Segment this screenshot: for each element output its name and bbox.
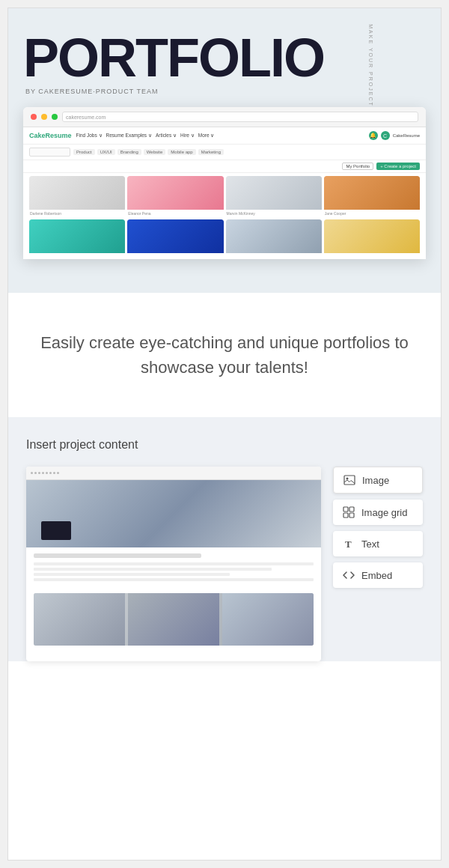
- embed-label: Embed: [361, 570, 392, 581]
- toolbar-dot-3: [38, 472, 40, 474]
- toolbar-dot-4: [42, 472, 44, 474]
- browser-mockup: cakeresume.com CakeResume Find Jobs ∨ Re…: [23, 107, 426, 259]
- editor-image-grid-c: [222, 593, 314, 646]
- toolbar-dot-5: [46, 472, 48, 474]
- card-image-1: [29, 176, 125, 210]
- card-image-8: [324, 219, 420, 253]
- editor-image-grid-b: [128, 593, 219, 646]
- image-grid-label: Image grid: [361, 507, 407, 518]
- editor-title-placeholder: [34, 553, 201, 558]
- insert-section-title: Insert project content: [26, 438, 423, 452]
- filter-product[interactable]: Product: [73, 149, 95, 155]
- editor-main-image: [26, 480, 321, 547]
- portfolio-card-2[interactable]: Eleanor Pena: [127, 176, 223, 217]
- nav-item-resume[interactable]: Resume Examples ∨: [106, 133, 152, 139]
- portfolio-card-4[interactable]: Jane Cooper: [324, 176, 420, 217]
- svg-point-1: [346, 478, 349, 480]
- filter-uxui[interactable]: UX/UI: [97, 149, 115, 155]
- page-wrapper: PORTFOLIO BY CAKERESUME·PRODUCT TEAM MAK…: [7, 7, 442, 861]
- nav-cakeresume-label[interactable]: CakeResume: [393, 133, 420, 138]
- toolbar-dot-1: [31, 472, 33, 474]
- svg-rect-4: [343, 513, 348, 518]
- svg-rect-3: [349, 507, 354, 512]
- card-meta-8: [324, 253, 420, 256]
- editor-text-placeholder: [34, 562, 314, 581]
- editor-line-4: [34, 578, 314, 581]
- filter-mobile[interactable]: Mobile app: [168, 149, 195, 155]
- portfolio-card-5[interactable]: [29, 219, 125, 256]
- portfolio-header: PORTFOLIO BY CAKERESUME·PRODUCT TEAM MAK…: [8, 8, 441, 293]
- nav-logo: CakeResume: [29, 132, 72, 139]
- portfolio-action-bar: My Portfolio + Create a project: [23, 160, 426, 173]
- option-embed[interactable]: Embed: [333, 562, 423, 588]
- nav-notification-icon[interactable]: 🔔: [369, 131, 378, 140]
- filter-website[interactable]: Website: [144, 149, 166, 155]
- tagline-text: Easily create eye-catching and unique po…: [38, 330, 411, 380]
- portfolio-card-1[interactable]: Darlene Robertson: [29, 176, 125, 217]
- svg-text:T: T: [345, 538, 352, 550]
- browser-url: cakeresume.com: [62, 112, 418, 122]
- embed-icon: [342, 568, 355, 582]
- portfolio-subtitle: BY CAKERESUME·PRODUCT TEAM: [25, 88, 426, 95]
- svg-rect-0: [344, 476, 355, 485]
- search-input[interactable]: [29, 148, 70, 157]
- card-meta-6: [127, 253, 223, 256]
- browser-dot-green: [52, 114, 58, 120]
- option-text[interactable]: T Text: [333, 531, 423, 556]
- toolbar-dot-2: [34, 472, 37, 474]
- insert-section: Insert project content: [8, 417, 441, 661]
- nav-item-more[interactable]: More ∨: [198, 133, 215, 139]
- toolbar-dot-6: [49, 472, 52, 474]
- card-image-4: [324, 176, 420, 210]
- portfolio-title: PORTFOLIO: [23, 31, 426, 85]
- my-portfolio-button[interactable]: My Portfolio: [342, 163, 373, 170]
- svg-rect-5: [349, 513, 354, 518]
- text-icon: T: [342, 537, 355, 550]
- text-label: Text: [361, 538, 379, 550]
- editor-line-2: [34, 568, 272, 571]
- insert-layout: Image Image grid: [26, 467, 423, 661]
- portfolio-card-3[interactable]: Marvin McKinney: [226, 176, 322, 217]
- card-image-5: [29, 219, 125, 253]
- card-image-2: [127, 176, 223, 210]
- filter-branding[interactable]: Branding: [117, 149, 141, 155]
- card-meta-1: Darlene Robertson: [29, 210, 125, 217]
- editor-mockup: [26, 467, 321, 661]
- editor-image-grid-a: [34, 593, 125, 646]
- editor-content: [26, 547, 321, 593]
- nav-item-find-jobs[interactable]: Find Jobs ∨: [76, 133, 103, 139]
- image-grid-icon: [342, 506, 355, 519]
- browser-dot-red: [31, 114, 37, 120]
- browser-bar: cakeresume.com: [23, 107, 426, 127]
- svg-rect-2: [343, 507, 348, 512]
- option-image-grid[interactable]: Image grid: [333, 500, 423, 525]
- card-meta-2: Eleanor Pena: [127, 210, 223, 217]
- filter-marketing[interactable]: Marketing: [198, 149, 224, 155]
- portfolio-card-6[interactable]: [127, 219, 223, 256]
- portfolio-grid: Darlene Robertson Eleanor Pena Marvin Mc…: [23, 173, 426, 259]
- portfolio-card-8[interactable]: [324, 219, 420, 256]
- toolbar-dot-8: [57, 472, 59, 474]
- content-options: Image Image grid: [333, 467, 423, 588]
- nav-item-articles[interactable]: Articles ∨: [156, 133, 177, 139]
- nav-bar: CakeResume Find Jobs ∨ Resume Examples ∨…: [23, 127, 426, 145]
- card-meta-5: [29, 253, 125, 256]
- editor-image-grid: [34, 593, 314, 646]
- portfolio-card-7[interactable]: [226, 219, 322, 256]
- url-text: cakeresume.com: [66, 115, 106, 120]
- card-meta-7: [226, 253, 322, 256]
- card-meta-3: Marvin McKinney: [226, 210, 322, 217]
- nav-item-hire[interactable]: Hire ∨: [180, 133, 195, 139]
- editor-line-1: [34, 562, 314, 565]
- browser-dot-yellow: [41, 114, 47, 120]
- filter-bar: Product UX/UI Branding Website Mobile ap…: [23, 145, 426, 160]
- create-project-button[interactable]: + Create a project: [376, 163, 420, 170]
- card-image-7: [226, 219, 322, 253]
- nav-items: Find Jobs ∨ Resume Examples ∨ Articles ∨…: [76, 133, 364, 139]
- option-image[interactable]: Image: [333, 467, 423, 494]
- image-icon: [343, 473, 356, 487]
- card-image-3: [226, 176, 322, 210]
- nav-avatar[interactable]: C: [381, 131, 390, 140]
- nav-icons: 🔔 C CakeResume: [369, 131, 420, 140]
- editor-line-3: [34, 573, 230, 576]
